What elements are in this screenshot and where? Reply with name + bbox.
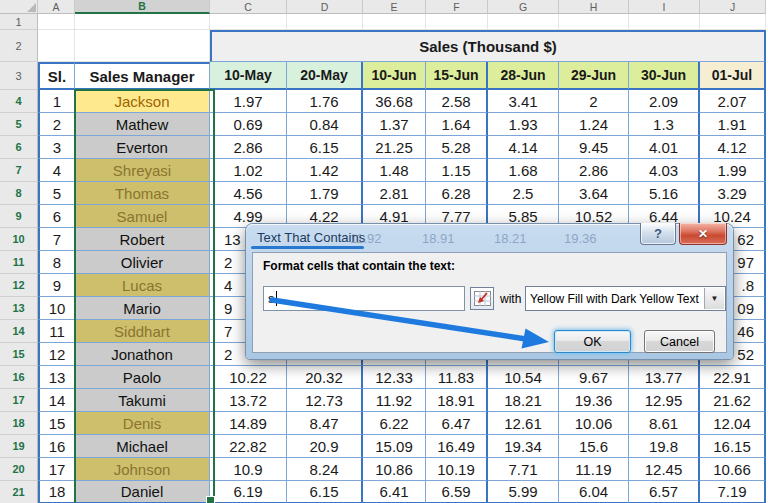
value-cell[interactable]: 2.07 [700,90,766,113]
value-cell[interactable]: 5.16 [629,182,700,205]
ok-button[interactable]: OK [554,330,631,353]
manager-name-cell[interactable]: Denis [75,412,210,435]
value-cell[interactable]: 1.02 [210,159,287,182]
value-cell[interactable]: 8.24 [287,458,363,481]
date-header-cell[interactable]: 15-Jun [426,62,488,90]
value-cell[interactable]: 15.6 [559,435,629,458]
manager-name-cell[interactable]: Samuel [75,205,210,228]
sl-cell[interactable]: 16 [38,435,75,458]
value-cell[interactable]: 22.91 [700,366,766,389]
manager-name-cell[interactable]: Lucas [75,274,210,297]
date-header-cell[interactable]: 30-Jun [629,62,700,90]
value-cell[interactable]: 1.37 [363,113,426,136]
manager-name-cell[interactable]: Robert [75,228,210,251]
value-cell[interactable]: 9.45 [559,136,629,159]
contains-text-input[interactable]: s [263,286,465,311]
value-cell[interactable]: 14.89 [210,412,287,435]
value-cell[interactable]: 2.5 [488,182,559,205]
value-cell[interactable]: 12.04 [700,412,766,435]
row-header-12[interactable]: 12 [0,274,38,297]
row-header-18[interactable]: 18 [0,412,38,435]
value-cell[interactable]: 18.21 [488,389,559,412]
sl-cell[interactable]: 12 [38,343,75,366]
manager-name-cell[interactable]: Olivier [75,251,210,274]
value-cell[interactable]: 3.29 [700,182,766,205]
value-cell[interactable]: 7.71 [488,458,559,481]
sl-cell[interactable]: 18 [38,481,75,503]
manager-name-cell[interactable]: Thomas [75,182,210,205]
sl-cell[interactable]: 11 [38,320,75,343]
value-cell[interactable]: 19.36 [559,389,629,412]
value-cell[interactable]: 36.68 [363,90,426,113]
manager-name-cell[interactable]: Takumi [75,389,210,412]
column-header-b[interactable]: B [75,0,210,14]
column-header-c[interactable]: C [210,0,287,14]
manager-name-cell[interactable]: Jackson [75,90,210,113]
value-cell[interactable]: 5.99 [488,481,559,503]
value-cell[interactable]: 1.93 [488,113,559,136]
column-header-f[interactable]: F [426,0,488,14]
value-cell[interactable]: 10.86 [363,458,426,481]
value-cell[interactable]: 4.14 [488,136,559,159]
empty-cell[interactable] [210,14,287,30]
sl-cell[interactable]: 1 [38,90,75,113]
sl-cell[interactable]: 15 [38,412,75,435]
row-header-7[interactable]: 7 [0,159,38,182]
dialog-title[interactable]: Text That Contains [257,230,365,245]
empty-cell[interactable] [38,30,75,62]
value-cell[interactable]: 16.49 [426,435,488,458]
row-header-15[interactable]: 15 [0,343,38,366]
value-cell[interactable]: 1.97 [210,90,287,113]
value-cell[interactable]: 10.9 [210,458,287,481]
column-header-e[interactable]: E [363,0,426,14]
help-button[interactable]: ? [640,223,676,245]
value-cell[interactable]: 1.91 [700,113,766,136]
row-header-2[interactable]: 2 [0,30,38,62]
value-cell[interactable]: 1.68 [488,159,559,182]
value-cell[interactable]: 9.67 [559,366,629,389]
value-cell[interactable]: 6.47 [426,412,488,435]
value-cell[interactable]: 15.09 [363,435,426,458]
row-header-6[interactable]: 6 [0,136,38,159]
row-header-4[interactable]: 4 [0,90,38,113]
row-header-5[interactable]: 5 [0,113,38,136]
column-header-a[interactable]: A [38,0,75,14]
manager-name-cell[interactable]: Shreyasi [75,159,210,182]
value-cell[interactable]: 1.76 [287,90,363,113]
empty-cell[interactable] [426,14,488,30]
value-cell[interactable]: 6.22 [363,412,426,435]
row-header-1[interactable]: 1 [0,14,38,30]
value-cell[interactable]: 6.59 [426,481,488,503]
value-cell[interactable]: 0.69 [210,113,287,136]
manager-name-cell[interactable]: Mathew [75,113,210,136]
date-header-cell[interactable]: 28-Jun [488,62,559,90]
value-cell[interactable]: 21.25 [363,136,426,159]
select-all-corner[interactable] [0,0,38,14]
value-cell[interactable]: 4.01 [629,136,700,159]
value-cell[interactable]: 10.22 [210,366,287,389]
value-cell[interactable]: 12.45 [629,458,700,481]
value-cell[interactable]: 11.83 [426,366,488,389]
value-cell[interactable]: 11.92 [363,389,426,412]
row-header-9[interactable]: 9 [0,205,38,228]
manager-name-cell[interactable]: Daniel [75,481,210,503]
fill-handle[interactable] [206,496,215,503]
value-cell[interactable]: 18.91 [426,389,488,412]
value-cell[interactable]: 6.41 [363,481,426,503]
value-cell[interactable]: 1.3 [629,113,700,136]
date-header-cell[interactable]: 20-May [287,62,363,90]
sl-cell[interactable]: 13 [38,366,75,389]
value-cell[interactable]: 20.9 [287,435,363,458]
empty-cell[interactable] [75,30,210,62]
format-dropdown[interactable]: Yellow Fill with Dark Yellow Text ▼ [525,286,726,311]
value-cell[interactable]: 3.41 [488,90,559,113]
value-cell[interactable]: 20.32 [287,366,363,389]
empty-cell[interactable] [629,14,700,30]
date-header-cell[interactable]: 29-Jun [559,62,629,90]
sl-cell[interactable]: 14 [38,389,75,412]
value-cell[interactable]: 6.57 [629,481,700,503]
value-cell[interactable]: 6.28 [426,182,488,205]
manager-name-cell[interactable]: Mario [75,297,210,320]
value-cell[interactable]: 10.66 [700,458,766,481]
sl-cell[interactable]: 7 [38,228,75,251]
